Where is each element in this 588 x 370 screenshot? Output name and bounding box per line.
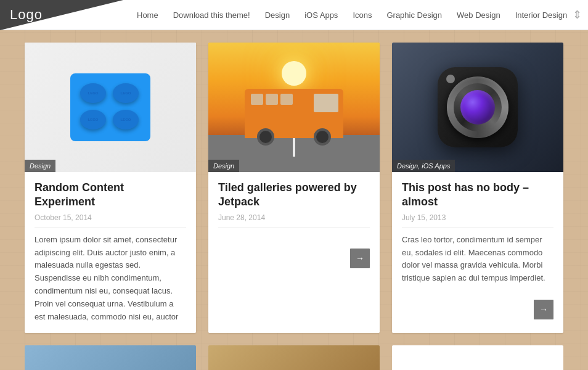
card-1-image: LEGO LEGO LEGO LEGO Design	[25, 43, 196, 172]
card-2-arrow-button[interactable]: →	[350, 249, 370, 268]
logo-area[interactable]: Logo	[0, 0, 123, 30]
bottom-card-3	[392, 345, 563, 370]
camera-lens-shine	[446, 75, 455, 83]
card-3-tag[interactable]: Design, iOS Apps	[392, 160, 455, 172]
nav-icons[interactable]: Icons	[345, 0, 379, 30]
bottom-row	[25, 345, 563, 370]
bus-road-line	[293, 138, 295, 157]
card-1-title: Random Content Experiment	[35, 181, 186, 210]
logo-text: Logo	[10, 7, 43, 23]
nav-graphic-design[interactable]: Graphic Design	[379, 0, 449, 30]
card-1-tag[interactable]: Design	[25, 160, 55, 172]
card-2-tag[interactable]: Design	[208, 160, 239, 172]
bus-wheel-right	[314, 128, 331, 146]
lego-stud-3: LEGO	[80, 110, 106, 130]
bottom-card-2-image	[208, 345, 380, 370]
card-2-title: Tiled galleries powered by Jetpack	[218, 181, 370, 210]
bus-windshield	[314, 94, 338, 112]
site-header: Logo Home Download this theme! Design iO…	[0, 0, 588, 30]
bus-window-1	[251, 94, 263, 105]
card-2-date: June 28, 2014	[218, 213, 370, 228]
camera-lens-outer	[447, 76, 508, 138]
nav-ios-apps[interactable]: iOS Apps	[297, 0, 345, 30]
card-3-tag-overlay: Design, iOS Apps	[392, 160, 455, 172]
card-3: Design, iOS Apps This post has no body –…	[392, 43, 563, 333]
bus-vehicle	[245, 89, 343, 138]
card-3-date: July 15, 2013	[402, 213, 553, 228]
card-3-excerpt: Cras leo tortor, condimentum id semper e…	[402, 234, 553, 285]
camera-lens-mid	[454, 83, 502, 131]
main-nav: Home Download this theme! Design iOS App…	[129, 0, 574, 30]
camera-app-icon	[438, 67, 518, 147]
card-3-arrow-area: →	[392, 295, 563, 328]
bottom-card-2	[208, 345, 380, 370]
bottom-card-1-image	[25, 345, 196, 370]
card-3-title: This post has no body – almost	[402, 181, 553, 210]
nav-interior-design[interactable]: Interior Design	[508, 0, 575, 30]
card-3-body: This post has no body – almost July 15, …	[392, 172, 563, 295]
lego-stud-2: LEGO	[113, 83, 139, 103]
scroll-indicator: ⇕	[573, 8, 582, 22]
camera-lens-inner	[460, 90, 495, 125]
bus-windows	[251, 94, 293, 105]
bus-sun	[282, 61, 306, 86]
card-2: Design Tiled galleries powered by Jetpac…	[208, 43, 380, 333]
card-grid: LEGO LEGO LEGO LEGO Design R	[25, 43, 563, 333]
bus-window-3	[280, 94, 293, 105]
card-3-image: Design, iOS Apps	[392, 43, 563, 172]
nav-design[interactable]: Design	[258, 0, 297, 30]
lego-stud-1: LEGO	[80, 83, 106, 103]
card-1: LEGO LEGO LEGO LEGO Design R	[25, 43, 196, 333]
bottom-card-1	[25, 345, 196, 370]
card-1-body: Random Content Experiment October 15, 20…	[25, 172, 196, 333]
card-2-arrow-area: →	[208, 244, 380, 277]
nav-home[interactable]: Home	[129, 0, 166, 30]
card-2-body: Tiled galleries powered by Jetpack June …	[208, 172, 380, 244]
card-2-tag-overlay: Design	[208, 160, 239, 172]
card-3-arrow-button[interactable]: →	[534, 300, 553, 319]
nav-download[interactable]: Download this theme!	[166, 0, 258, 30]
bus-wheel-left	[257, 128, 274, 146]
card-1-tag-overlay: Design	[25, 160, 55, 172]
lego-illustration: LEGO LEGO LEGO LEGO	[70, 73, 150, 141]
lego-stud-4: LEGO	[113, 110, 139, 130]
card-2-image: Design	[208, 43, 380, 172]
nav-web-design[interactable]: Web Design	[449, 0, 508, 30]
bus-window-2	[266, 94, 278, 105]
card-1-date: October 15, 2014	[35, 213, 186, 228]
card-1-excerpt: Lorem ipsum dolor sit amet, consectetur …	[35, 234, 186, 324]
main-content: LEGO LEGO LEGO LEGO Design R	[0, 30, 588, 370]
